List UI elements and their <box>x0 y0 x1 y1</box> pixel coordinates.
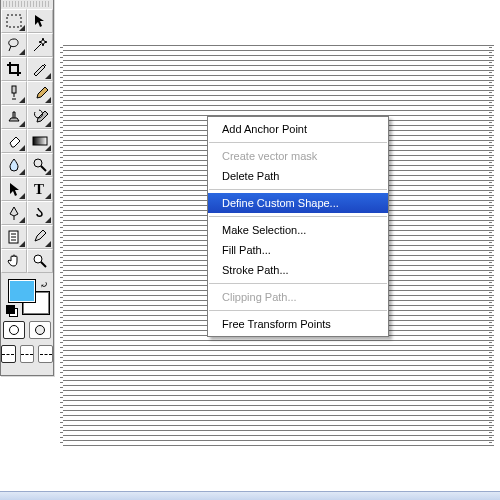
lasso-tool[interactable] <box>1 33 27 57</box>
menu-separator <box>209 310 387 311</box>
tools-palette[interactable]: T ⤾ <box>0 0 54 376</box>
move-tool[interactable] <box>27 9 53 33</box>
menu-item[interactable]: Free Transform Points <box>208 314 388 334</box>
menu-separator <box>209 283 387 284</box>
palette-grip[interactable] <box>3 1 51 7</box>
screen-mode-switch <box>1 345 53 363</box>
rect-marquee-tool[interactable] <box>1 9 27 33</box>
taskbar-edge <box>0 491 500 500</box>
healing-brush-tool[interactable] <box>1 81 27 105</box>
swap-colors-icon[interactable]: ⤾ <box>40 279 48 290</box>
eyedropper-tool[interactable] <box>27 225 53 249</box>
eraser-tool[interactable] <box>1 129 27 153</box>
quickmask-mode-button[interactable] <box>29 321 51 339</box>
brush-tool[interactable] <box>27 81 53 105</box>
menu-item: Clipping Path... <box>208 287 388 307</box>
mode-switch <box>1 321 53 339</box>
svg-rect-1 <box>12 86 16 93</box>
crop-tool[interactable] <box>1 57 27 81</box>
foreground-color-swatch[interactable] <box>8 279 36 303</box>
menu-item[interactable]: Define Custom Shape... <box>208 193 388 213</box>
color-swatches[interactable]: ⤾ <box>4 277 50 317</box>
notes-tool[interactable] <box>1 225 27 249</box>
menu-item: Create vector mask <box>208 146 388 166</box>
context-menu[interactable]: Add Anchor PointCreate vector maskDelete… <box>207 116 389 337</box>
menu-item[interactable]: Fill Path... <box>208 240 388 260</box>
custom-shape-tool[interactable] <box>27 201 53 225</box>
clone-stamp-tool[interactable] <box>1 105 27 129</box>
screen-mode-full-menu[interactable] <box>20 345 35 363</box>
svg-text:T: T <box>34 181 44 197</box>
menu-item[interactable]: Delete Path <box>208 166 388 186</box>
dodge-tool[interactable] <box>27 153 53 177</box>
blur-tool[interactable] <box>1 153 27 177</box>
default-colors-icon[interactable] <box>6 305 18 317</box>
gradient-tool[interactable] <box>27 129 53 153</box>
menu-separator <box>209 189 387 190</box>
type-tool[interactable]: T <box>27 177 53 201</box>
screen-mode-full[interactable] <box>38 345 53 363</box>
menu-separator <box>209 142 387 143</box>
horizontal-lines-right-edge <box>489 47 492 445</box>
slice-tool[interactable] <box>27 57 53 81</box>
menu-item[interactable]: Add Anchor Point <box>208 119 388 139</box>
magic-wand-tool[interactable] <box>27 33 53 57</box>
hand-tool[interactable] <box>1 249 27 273</box>
standard-mode-button[interactable] <box>3 321 25 339</box>
svg-point-6 <box>34 255 42 263</box>
svg-point-3 <box>34 159 42 167</box>
pen-tool[interactable] <box>1 201 27 225</box>
menu-separator <box>209 216 387 217</box>
history-brush-tool[interactable] <box>27 105 53 129</box>
screen-mode-standard[interactable] <box>1 345 16 363</box>
menu-item[interactable]: Make Selection... <box>208 220 388 240</box>
path-selection-tool[interactable] <box>1 177 27 201</box>
menu-item[interactable]: Stroke Path... <box>208 260 388 280</box>
svg-rect-2 <box>33 137 47 145</box>
horizontal-lines-left-edge <box>60 47 63 447</box>
zoom-tool[interactable] <box>27 249 53 273</box>
